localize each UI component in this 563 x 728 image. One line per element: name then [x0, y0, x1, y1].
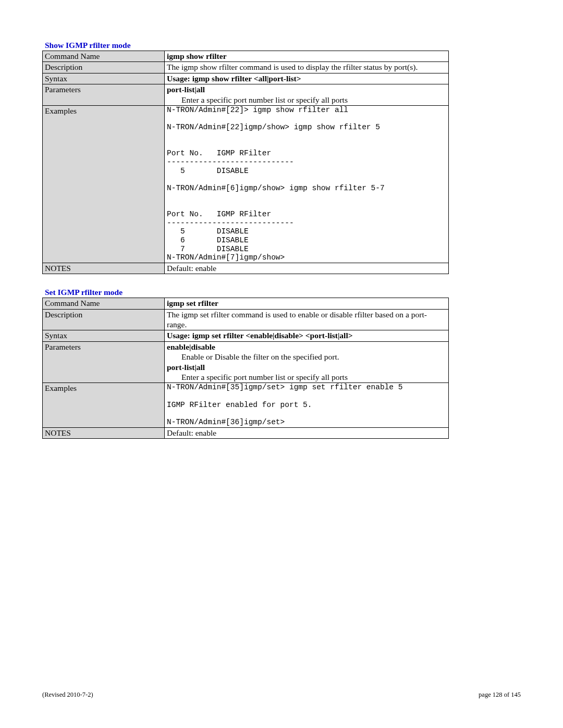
cell-command-name-value: igmp show rfilter — [165, 51, 449, 62]
cell-parameters-value: port-list|all Enter a specific port numb… — [165, 84, 449, 106]
table-row: Examples N-TRON/Admin#[35]igmp/set> igmp… — [43, 383, 449, 427]
cell-syntax-label: Syntax — [43, 73, 165, 84]
cell-description-label: Description — [43, 309, 165, 330]
table-set-igmp: Command Name igmp set rfilter Descriptio… — [42, 298, 449, 439]
param-head: enable|disable — [167, 342, 215, 351]
section-title-set: Set IGMP rfilter mode — [45, 288, 521, 297]
cell-parameters-label: Parameters — [43, 341, 165, 383]
cell-description-value: The igmp show rfilter command is used to… — [165, 62, 449, 73]
cell-examples-label: Examples — [43, 383, 165, 427]
param-head: port-list|all — [167, 363, 205, 372]
cell-description-value: The igmp set rfilter command is used to … — [165, 309, 449, 330]
cell-notes-label: NOTES — [43, 263, 165, 274]
cell-command-name-label: Command Name — [43, 51, 165, 62]
examples-code: N-TRON/Admin#[35]igmp/set> igmp set rfil… — [167, 383, 446, 426]
param-text: Enable or Disable the filter on the spec… — [167, 352, 446, 362]
cell-parameters-label: Parameters — [43, 84, 165, 106]
table-row: Command Name igmp show rfilter — [43, 51, 449, 62]
table-row: Syntax Usage: igmp show rfilter <all|por… — [43, 73, 449, 84]
table-row: NOTES Default: enable — [43, 263, 449, 274]
cell-syntax-label: Syntax — [43, 330, 165, 341]
cell-command-name-value: igmp set rfilter — [165, 298, 449, 309]
cell-notes-value: Default: enable — [165, 263, 449, 274]
param-head: port-list|all — [167, 85, 205, 94]
section-title-show: Show IGMP rfilter mode — [45, 41, 521, 50]
cell-command-name-label: Command Name — [43, 298, 165, 309]
examples-code: N-TRON/Admin#[22]> igmp show rfilter all… — [167, 106, 446, 262]
footer-right: page 128 of 145 — [479, 691, 521, 699]
page: Show IGMP rfilter mode Command Name igmp… — [0, 0, 563, 728]
table-row: Parameters enable|disable Enable or Disa… — [43, 341, 449, 383]
cell-examples-value: N-TRON/Admin#[35]igmp/set> igmp set rfil… — [165, 383, 449, 427]
table-row: Description The igmp set rfilter command… — [43, 309, 449, 330]
cell-parameters-value: enable|disable Enable or Disable the fil… — [165, 341, 449, 383]
footer-left: (Revised 2010-7-2) — [42, 691, 93, 699]
cell-description-label: Description — [43, 62, 165, 73]
cell-examples-label: Examples — [43, 105, 165, 263]
table-row: Command Name igmp set rfilter — [43, 298, 449, 309]
param-text: Enter a specific port number list or spe… — [167, 372, 446, 382]
footer: (Revised 2010-7-2) page 128 of 145 — [42, 691, 521, 699]
table-row: Syntax Usage: igmp set rfilter <enable|d… — [43, 330, 449, 341]
table-row: Description The igmp show rfilter comman… — [43, 62, 449, 73]
table-show-igmp: Command Name igmp show rfilter Descripti… — [42, 51, 449, 274]
table-row: Examples N-TRON/Admin#[22]> igmp show rf… — [43, 105, 449, 263]
cell-syntax-value: Usage: igmp show rfilter <all|port-list> — [165, 73, 449, 84]
cell-notes-value: Default: enable — [165, 427, 449, 438]
cell-notes-label: NOTES — [43, 427, 165, 438]
param-text: Enter a specific port number list or spe… — [167, 95, 446, 105]
table-row: NOTES Default: enable — [43, 427, 449, 438]
cell-syntax-value: Usage: igmp set rfilter <enable|disable>… — [165, 330, 449, 341]
cell-examples-value: N-TRON/Admin#[22]> igmp show rfilter all… — [165, 105, 449, 263]
table-row: Parameters port-list|all Enter a specifi… — [43, 84, 449, 106]
